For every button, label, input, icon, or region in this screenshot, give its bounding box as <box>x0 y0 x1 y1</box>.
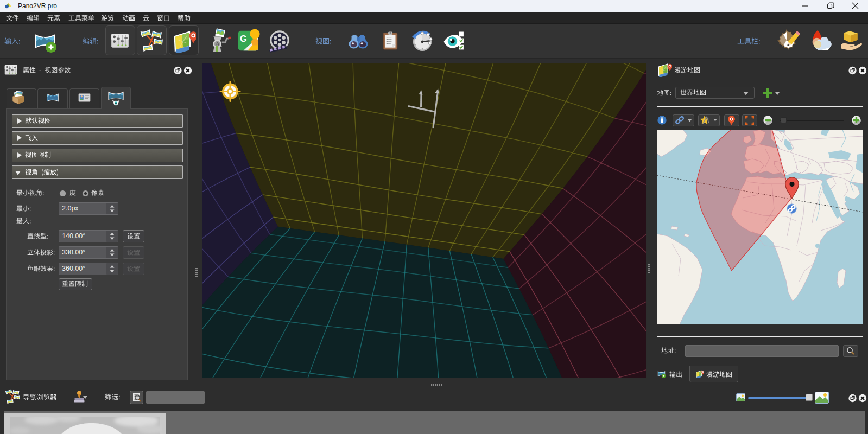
svg-text:G: G <box>240 34 247 43</box>
